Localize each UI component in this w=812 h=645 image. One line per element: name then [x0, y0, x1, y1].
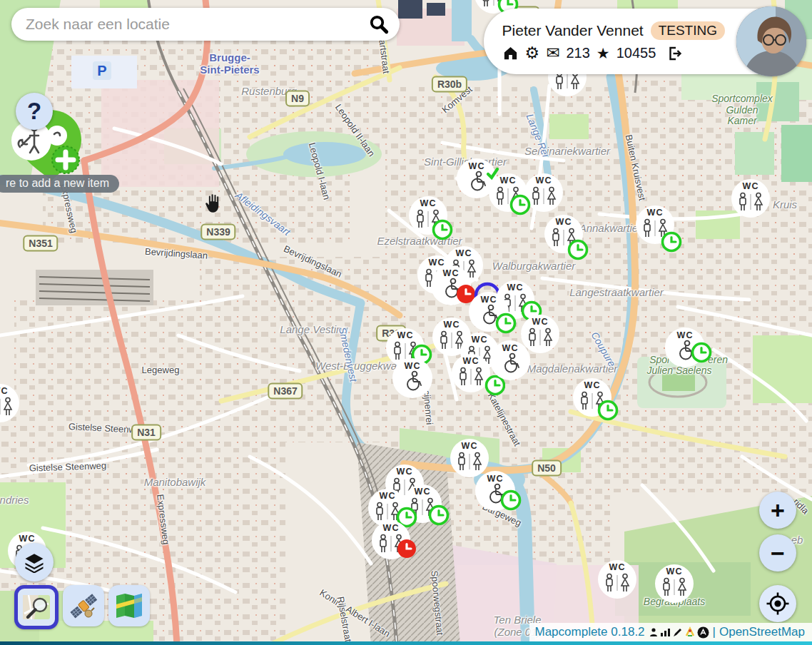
background-option-satellite[interactable]: [63, 585, 104, 626]
messages-envelope-icon[interactable]: ✉: [546, 45, 559, 61]
bottom-theme-bar: [0, 641, 812, 645]
user-panel: Pieter Vander Vennet TESTING ⚙ ✉ 213 ★ 1…: [484, 9, 802, 74]
user-name: Pieter Vander Vennet: [502, 22, 644, 39]
openstreetmap-link[interactable]: OpenStreetMap: [719, 625, 805, 639]
geolocate-button[interactable]: [759, 585, 796, 622]
map-marker-wc-toilet[interactable]: WC: [716, 164, 785, 233]
zoom-out-button[interactable]: −: [759, 534, 796, 572]
satellite-icon: [68, 590, 99, 621]
parking-symbol: P: [93, 61, 111, 80]
svg-text:WC: WC: [380, 491, 396, 501]
attribution-bar: Mapcomplete 0.18.2 | OpenStreetMap: [529, 623, 812, 641]
svg-text:WC: WC: [19, 534, 36, 544]
map-marker-wc-toilet[interactable]: WC: [476, 326, 544, 395]
map-marker-wc-toilet[interactable]: WC: [357, 506, 425, 574]
search-bar: [11, 8, 400, 41]
statistics-icon[interactable]: [660, 627, 671, 637]
map-marker-wc-toilet[interactable]: WC: [461, 457, 529, 525]
attribution-separator: |: [713, 625, 716, 639]
user-avatar[interactable]: [736, 6, 806, 76]
logout-icon[interactable]: [666, 45, 684, 62]
map-marker-wc-toilet[interactable]: WC: [0, 369, 34, 437]
add-item-tooltip: re to add a new item: [0, 175, 119, 193]
svg-text:WC: WC: [383, 523, 400, 533]
attribution-license-icon[interactable]: [697, 626, 709, 639]
map-marker-wc-toilet[interactable]: WC: [640, 549, 709, 618]
home-icon[interactable]: [502, 45, 519, 61]
zoom-in-button[interactable]: +: [759, 492, 796, 529]
settings-gear-icon[interactable]: ⚙: [525, 45, 540, 61]
svg-text:WC: WC: [500, 176, 517, 186]
mapcomplete-logo-icon: [684, 626, 696, 638]
svg-text:WC: WC: [609, 562, 626, 572]
svg-text:WC: WC: [502, 343, 519, 353]
mapcomplete-app: Brugge- Sint-PietersRustenburgSint-Gilli…: [0, 0, 812, 645]
testing-badge: TESTING: [651, 21, 725, 40]
svg-text:WC: WC: [532, 317, 549, 327]
search-input[interactable]: [24, 15, 368, 34]
map-marker-wc-toilet[interactable]: WC: [651, 313, 719, 382]
hand-cursor-icon: [203, 193, 224, 215]
search-icon[interactable]: [368, 14, 390, 35]
svg-text:WC: WC: [677, 330, 694, 340]
mapcomplete-link[interactable]: Mapcomplete 0.18.2: [535, 625, 645, 639]
background-option-other-map[interactable]: [108, 585, 150, 626]
map-marker-wc-toilet[interactable]: WC: [529, 200, 598, 268]
contributor-icon[interactable]: [649, 627, 659, 637]
changesets-star-icon[interactable]: ★: [597, 46, 610, 61]
svg-text:WC: WC: [0, 386, 8, 396]
svg-text:WC: WC: [462, 441, 478, 451]
svg-text:WC: WC: [420, 198, 437, 208]
svg-text:WC: WC: [666, 567, 683, 577]
crosshair-icon: [766, 591, 790, 616]
map-marker-wc-toilet[interactable]: WC: [558, 363, 626, 432]
help-button[interactable]: ?: [16, 93, 53, 130]
svg-text:WC: WC: [556, 217, 572, 227]
osm-carto-icon: [21, 592, 51, 622]
svg-text:WC: WC: [647, 208, 664, 218]
svg-text:WC: WC: [487, 474, 504, 484]
map-marker-wc-toilet[interactable]: WC: [378, 344, 447, 412]
layers-icon: [24, 552, 45, 573]
minus-icon: −: [771, 541, 785, 565]
map-marker-wc-toilet[interactable]: WC: [621, 191, 689, 259]
background-layer-chooser: [14, 585, 150, 629]
svg-text:WC: WC: [584, 380, 601, 390]
messages-count: 213: [566, 45, 589, 61]
plus-icon: +: [771, 498, 785, 522]
background-option-map[interactable]: [14, 585, 59, 629]
svg-text:WC: WC: [743, 181, 759, 191]
folded-map-icon: [113, 590, 145, 621]
svg-text:WC: WC: [405, 361, 421, 371]
changesets-count: 10455: [616, 45, 656, 61]
layers-button[interactable]: [15, 543, 54, 581]
edit-pencil-icon[interactable]: [672, 627, 683, 638]
